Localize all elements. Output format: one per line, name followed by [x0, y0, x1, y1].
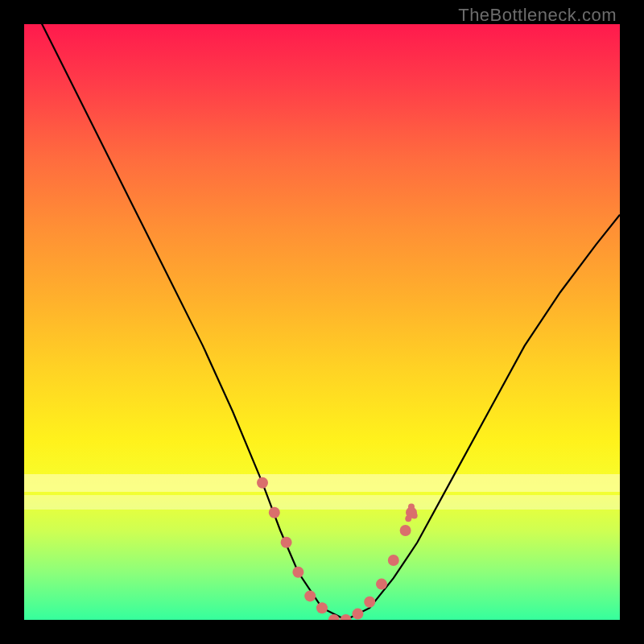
- highlight-dot: [281, 537, 292, 548]
- highlight-dot: [341, 614, 352, 620]
- curve-path: [24, 24, 620, 620]
- highlight-dot: [411, 513, 418, 519]
- highlight-dot: [269, 507, 280, 518]
- highlight-dot: [364, 597, 375, 608]
- chart-svg: [24, 24, 620, 620]
- highlight-dot: [376, 579, 387, 590]
- watermark-text: TheBottleneck.com: [458, 5, 617, 26]
- highlight-dot: [408, 503, 415, 510]
- highlight-dot: [304, 590, 316, 601]
- highlight-dot: [257, 477, 268, 489]
- dot-group: [257, 477, 418, 620]
- highlight-dot: [400, 525, 411, 536]
- plot-area: [24, 24, 620, 620]
- outer-frame: TheBottleneck.com: [0, 0, 644, 644]
- highlight-dot: [352, 609, 363, 620]
- highlight-dot: [292, 567, 303, 578]
- highlight-dot: [316, 602, 328, 613]
- highlight-dot: [405, 515, 411, 522]
- highlight-dot: [388, 555, 399, 566]
